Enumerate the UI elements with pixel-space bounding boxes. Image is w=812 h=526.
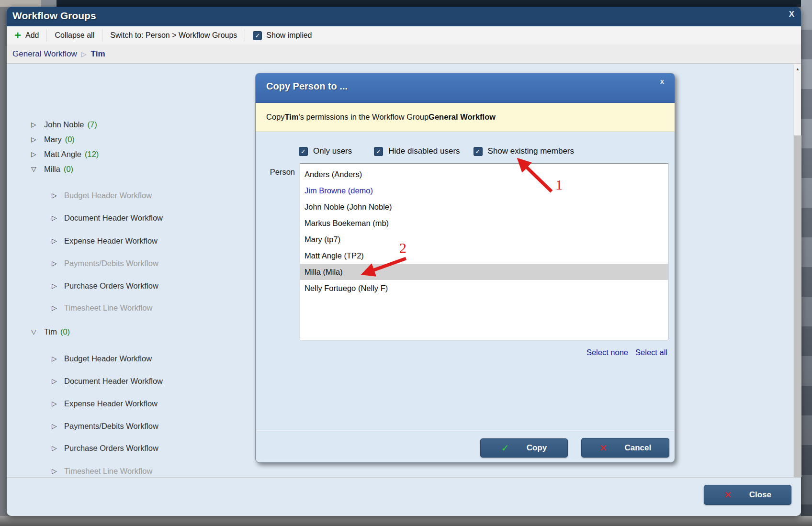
tree-item-label[interactable]: Budget Header Workflow bbox=[64, 191, 152, 200]
tree-item-label[interactable]: Purchase Orders Workflow bbox=[64, 444, 158, 453]
tree-item-payments-debits-workflow[interactable]: ▷ Payments/Debits Workflow bbox=[52, 420, 158, 432]
show-existing-members-label[interactable]: Show existing members bbox=[488, 146, 574, 156]
tree-scrollbar[interactable]: ▲ bbox=[793, 64, 801, 477]
expand-triangle-icon[interactable]: ▷ bbox=[52, 444, 64, 452]
copy-button[interactable]: ✓ Copy bbox=[480, 438, 568, 458]
close-button[interactable]: ✕ Close bbox=[704, 485, 791, 505]
tree-item-label[interactable]: Timesheet Line Workflow bbox=[64, 303, 152, 313]
tree-item-label[interactable]: Expense Header Workflow bbox=[64, 236, 158, 246]
person-option-milla-selected[interactable]: Milla (Mila) bbox=[300, 264, 668, 280]
show-implied-toggle[interactable]: ✓ Show implied bbox=[245, 29, 319, 42]
tree-item-label[interactable]: Payments/Debits Workflow bbox=[64, 422, 158, 431]
person-listbox[interactable]: Anders (Anders) Jim Browne (demo) John N… bbox=[300, 163, 668, 340]
collapse-triangle-icon[interactable]: ▽ bbox=[31, 165, 44, 173]
background-bottom-strip bbox=[0, 516, 812, 526]
modal-info-bar: Copy Tim's permissions in the Workflow G… bbox=[256, 103, 675, 132]
tree-item-timesheet-line-workflow[interactable]: ▷ Timesheet Line Workflow bbox=[52, 465, 152, 477]
tree-item-label[interactable]: John Noble bbox=[44, 120, 84, 129]
tree-item-label[interactable]: Matt Angle bbox=[44, 150, 81, 159]
expand-triangle-icon[interactable]: ▷ bbox=[52, 259, 64, 267]
breadcrumb-separator-icon: ▷ bbox=[81, 50, 87, 58]
person-option-john-noble[interactable]: John Noble (John Noble) bbox=[300, 199, 668, 215]
tree-item-label[interactable]: Document Header Workflow bbox=[64, 213, 163, 223]
tree-item-document-header-workflow[interactable]: ▷ Document Header Workflow bbox=[52, 375, 163, 387]
filter-checkbox-row: ✓ Only users ✓ Hide disabled users ✓ Sho… bbox=[299, 146, 574, 156]
copy-button-label: Copy bbox=[527, 443, 547, 453]
tree-item-label[interactable]: Budget Header Workflow bbox=[64, 354, 152, 363]
tree-item-timesheet-line-workflow[interactable]: ▷ Timesheet Line Workflow bbox=[52, 302, 152, 313]
info-prefix: Copy bbox=[266, 112, 285, 122]
tree-item-payments-debits-workflow[interactable]: ▷ Payments/Debits Workflow bbox=[52, 257, 158, 269]
only-users-label[interactable]: Only users bbox=[313, 146, 352, 156]
select-all-link[interactable]: Select all bbox=[635, 348, 667, 357]
cancel-button[interactable]: ✕ Cancel bbox=[581, 438, 669, 458]
tree-item-expense-header-workflow[interactable]: ▷ Expense Header Workflow bbox=[52, 398, 158, 409]
scrollbar-thumb[interactable] bbox=[794, 135, 801, 477]
tree-item-label[interactable]: Document Header Workflow bbox=[64, 377, 163, 386]
tree-item-budget-header-workflow[interactable]: ▷ Budget Header Workflow bbox=[52, 353, 152, 364]
switch-to-button[interactable]: Switch to: Person > Workflow Groups bbox=[102, 29, 245, 42]
tree-item-purchase-orders-workflow[interactable]: ▷ Purchase Orders Workflow bbox=[52, 442, 158, 454]
expand-triangle-icon[interactable]: ▷ bbox=[31, 135, 44, 143]
tree-item-budget-header-workflow[interactable]: ▷ Budget Header Workflow bbox=[52, 190, 152, 201]
expand-triangle-icon[interactable]: ▷ bbox=[52, 237, 64, 245]
tree-item-label[interactable]: Mary bbox=[44, 135, 62, 144]
only-users-checkbox[interactable]: ✓ bbox=[299, 147, 308, 156]
tree-item-mary[interactable]: ▷ Mary (0) bbox=[31, 134, 75, 145]
breadcrumb-group[interactable]: General Workflow bbox=[12, 49, 77, 59]
hide-disabled-users-checkbox[interactable]: ✓ bbox=[374, 147, 383, 156]
collapse-triangle-icon[interactable]: ▽ bbox=[31, 328, 44, 336]
background-top-strip bbox=[0, 0, 812, 7]
close-button-label: Close bbox=[749, 490, 771, 500]
tree-item-expense-header-workflow[interactable]: ▷ Expense Header Workflow bbox=[52, 235, 158, 246]
person-option-mary[interactable]: Mary (tp7) bbox=[300, 231, 668, 247]
background-right-strip bbox=[801, 0, 812, 526]
expand-triangle-icon[interactable]: ▷ bbox=[52, 377, 64, 385]
selection-links: Select none Select all bbox=[586, 348, 667, 357]
add-button[interactable]: + Add bbox=[7, 29, 47, 42]
tree-item-label[interactable]: Timesheet Line Workflow bbox=[64, 467, 152, 476]
background-top-block-2 bbox=[41, 0, 56, 7]
modal-close-icon[interactable]: x bbox=[658, 76, 666, 86]
expand-triangle-icon[interactable]: ▷ bbox=[52, 422, 64, 430]
expand-triangle-icon[interactable]: ▷ bbox=[31, 121, 44, 128]
tree-item-purchase-orders-workflow[interactable]: ▷ Purchase Orders Workflow bbox=[52, 280, 158, 291]
show-implied-checkbox[interactable]: ✓ bbox=[253, 31, 262, 40]
expand-triangle-icon[interactable]: ▷ bbox=[52, 400, 64, 407]
scrollbar-up-arrow-icon[interactable]: ▲ bbox=[794, 64, 801, 74]
person-option-markus-boekeman[interactable]: Markus Boekeman (mb) bbox=[300, 215, 668, 231]
tree-item-milla[interactable]: ▽ Milla (0) bbox=[31, 163, 73, 175]
select-none-link[interactable]: Select none bbox=[586, 348, 628, 357]
tree-item-matt-angle[interactable]: ▷ Matt Angle (12) bbox=[31, 148, 99, 160]
person-option-anders[interactable]: Anders (Anders) bbox=[300, 166, 668, 182]
expand-triangle-icon[interactable]: ▷ bbox=[52, 467, 64, 475]
expand-triangle-icon[interactable]: ▷ bbox=[52, 214, 64, 222]
window-close-icon[interactable]: X bbox=[786, 9, 797, 20]
expand-triangle-icon[interactable]: ▷ bbox=[52, 304, 64, 312]
tree-item-label[interactable]: Expense Header Workflow bbox=[64, 399, 158, 408]
tree-item-label[interactable]: Purchase Orders Workflow bbox=[64, 281, 158, 291]
show-implied-label[interactable]: Show implied bbox=[266, 31, 312, 40]
collapse-all-button[interactable]: Collapse all bbox=[47, 29, 102, 42]
show-existing-members-checkbox[interactable]: ✓ bbox=[474, 147, 483, 156]
tree-item-tim[interactable]: ▽ Tim (0) bbox=[31, 326, 70, 337]
only-users-toggle[interactable]: ✓ Only users bbox=[299, 146, 352, 156]
expand-triangle-icon[interactable]: ▷ bbox=[52, 191, 64, 199]
expand-triangle-icon[interactable]: ▷ bbox=[31, 150, 44, 158]
breadcrumb: General Workflow ▷ Tim bbox=[7, 45, 801, 64]
tree-item-john-noble[interactable]: ▷ John Noble (7) bbox=[31, 119, 97, 130]
tree-item-document-header-workflow[interactable]: ▷ Document Header Workflow bbox=[52, 212, 163, 224]
hide-disabled-users-label[interactable]: Hide disabled users bbox=[388, 146, 460, 156]
person-option-nelly-fortuego[interactable]: Nelly Fortuego (Nelly F) bbox=[300, 280, 668, 296]
tree-item-label[interactable]: Payments/Debits Workflow bbox=[64, 259, 158, 268]
tree-item-label[interactable]: Milla bbox=[44, 165, 60, 174]
tree-item-label[interactable]: Tim bbox=[44, 327, 57, 336]
expand-triangle-icon[interactable]: ▷ bbox=[52, 355, 64, 362]
hide-disabled-users-toggle[interactable]: ✓ Hide disabled users bbox=[374, 146, 460, 156]
show-existing-members-toggle[interactable]: ✓ Show existing members bbox=[474, 146, 574, 156]
person-option-matt-angle[interactable]: Matt Angle (TP2) bbox=[300, 247, 668, 264]
breadcrumb-person[interactable]: Tim bbox=[91, 49, 105, 59]
expand-triangle-icon[interactable]: ▷ bbox=[52, 282, 64, 290]
collapse-all-label: Collapse all bbox=[55, 31, 94, 40]
person-option-jim-browne[interactable]: Jim Browne (demo) bbox=[300, 182, 668, 199]
